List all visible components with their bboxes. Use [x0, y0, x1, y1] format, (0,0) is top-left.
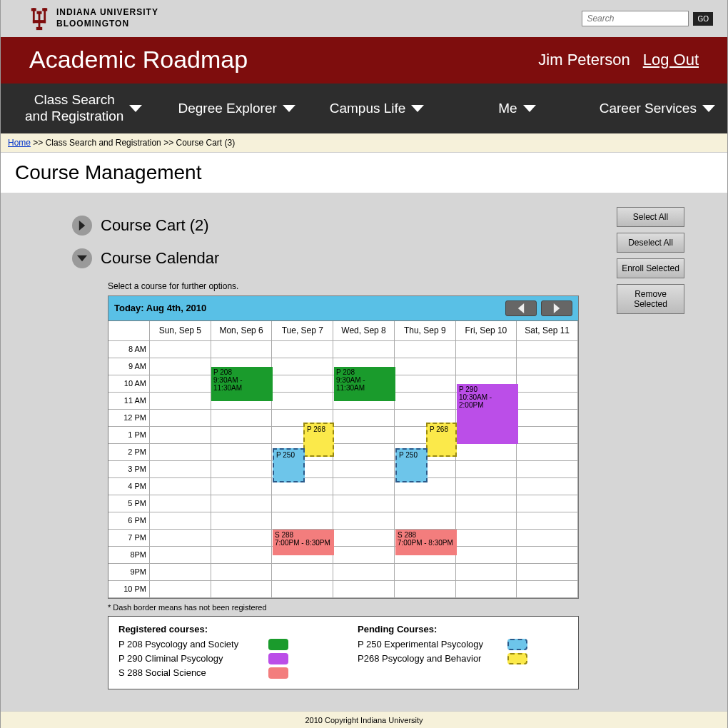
calendar-next-button[interactable]: [541, 300, 572, 316]
course-cart-section: Course Cart (2): [72, 216, 684, 236]
search-input[interactable]: [582, 11, 689, 26]
color-swatch-red: [268, 667, 288, 679]
brand: INDIANA UNIVERSITY BLOOMINGTON: [29, 6, 158, 31]
calendar-prev-button[interactable]: [505, 300, 537, 316]
arrow-left-icon: [516, 303, 526, 313]
legend-registered: Registered courses: P 208 Psycology and …: [118, 624, 329, 682]
event-p290-fri[interactable]: P 290 10:30AM - 2:00PM: [457, 384, 518, 444]
chevron-down-icon: [129, 105, 142, 112]
day-header: Sat, Sep 11: [517, 321, 578, 341]
svg-rect-6: [36, 27, 42, 30]
breadcrumb-mid: Class Search and Registration: [46, 138, 161, 148]
nav-label: Me: [498, 101, 517, 116]
legend-item: P 290 Climinal Psycology: [118, 653, 329, 664]
nav-degree-explorer[interactable]: Degree Explorer: [166, 84, 306, 133]
event-p250-thu[interactable]: P 250: [395, 448, 428, 482]
day-header: Wed, Sep 8: [333, 321, 395, 341]
svg-rect-5: [39, 13, 41, 29]
legend-item: S 288 Social Science: [118, 667, 329, 679]
nav-campus-life[interactable]: Campus Life: [307, 84, 447, 133]
calendar-footnote: * Dash border means has not been registe…: [108, 603, 684, 612]
day-header: Mon, Sep 6: [211, 321, 273, 341]
enroll-selected-button[interactable]: Enroll Selected: [617, 258, 684, 278]
expand-cart-button[interactable]: [72, 216, 92, 236]
day-header: Fri, Sep 10: [456, 321, 517, 341]
chevron-down-icon: [77, 253, 87, 263]
top-bar: INDIANA UNIVERSITY BLOOMINGTON GO: [1, 0, 727, 37]
calendar-day-header-row: Sun, Sep 5 Mon, Sep 6 Tue, Sep 7 Wed, Se…: [108, 321, 578, 341]
chevron-down-icon: [702, 105, 715, 112]
event-s288-thu[interactable]: S 288 7:00PM - 8:30PM: [395, 530, 457, 555]
nav-label: Degree Explorer: [178, 101, 276, 116]
calendar-instruction: Select a course for further options.: [108, 281, 684, 291]
user-area: Jim Peterson Log Out: [538, 51, 699, 69]
user-name: Jim Peterson: [538, 51, 630, 69]
event-p208-mon[interactable]: P 208 9:30AM - 11:30AM: [211, 367, 273, 401]
main-nav: Class Search and Registration Degree Exp…: [1, 84, 727, 133]
color-swatch-purple: [268, 653, 288, 664]
remove-selected-button[interactable]: Remove Selected: [617, 284, 684, 314]
logout-link[interactable]: Log Out: [643, 51, 699, 69]
legend-pending: Pending Courses: P 250 Experimental Psyc…: [358, 624, 568, 682]
nav-career-services[interactable]: Career Services: [587, 84, 727, 133]
search-go-button[interactable]: GO: [693, 12, 713, 26]
page-title: Course Management: [15, 161, 713, 184]
event-p250-tue[interactable]: P 250: [273, 448, 305, 482]
calendar: Today: Aug 4th, 2010 Sun, Sep 5 Mon, Sep…: [108, 295, 579, 599]
search-area: GO: [582, 11, 713, 26]
day-header: Tue, Sep 7: [272, 321, 333, 341]
course-calendar-section: Course Calendar: [72, 248, 684, 268]
event-s288-tue[interactable]: S 288 7:00PM - 8:30PM: [273, 530, 334, 555]
breadcrumb-tail: Course Cart (3): [176, 138, 235, 148]
breadcrumb: Home >> Class Search and Registration >>…: [1, 133, 727, 153]
calendar-header: Today: Aug 4th, 2010: [108, 295, 579, 320]
event-p208-wed[interactable]: P 208 9:30AM - 11:30AM: [334, 367, 395, 401]
chevron-right-icon: [77, 221, 87, 231]
day-header: Sun, Sep 5: [150, 321, 211, 341]
arrow-right-icon: [552, 303, 562, 313]
brand-text: INDIANA UNIVERSITY BLOOMINGTON: [56, 7, 158, 29]
content-area: Select All Deselect All Enroll Selected …: [1, 193, 727, 711]
nav-me[interactable]: Me: [447, 84, 587, 133]
brand-line2: BLOOMINGTON: [56, 19, 158, 30]
chevron-down-icon: [283, 105, 295, 112]
event-p268-tue[interactable]: P 268: [303, 423, 334, 457]
event-p268-thu[interactable]: P 268: [426, 423, 457, 457]
deselect-all-button[interactable]: Deselect All: [617, 233, 684, 253]
legend-registered-head: Registered courses:: [118, 624, 329, 635]
course-cart-label: Course Cart (2): [101, 216, 209, 235]
page-title-bar: Course Management: [1, 153, 727, 193]
nav-label: Class Search and Registration: [25, 92, 123, 125]
color-swatch-yellow-dashed: [507, 653, 527, 664]
legend-item: P 208 Psycology and Society: [118, 639, 329, 650]
legend-item: P268 Psycology and Behavior: [358, 653, 568, 664]
collapse-calendar-button[interactable]: [72, 248, 92, 268]
chevron-down-icon: [411, 105, 424, 112]
page-footer: 2010 Copyright Indiana University: [1, 711, 727, 728]
course-calendar-label: Course Calendar: [101, 249, 219, 268]
legend: Registered courses: P 208 Psycology and …: [108, 616, 579, 689]
legend-item: P 250 Experimental Psycology: [358, 639, 568, 650]
select-all-button[interactable]: Select All: [617, 207, 684, 227]
nav-label: Campus Life: [330, 101, 406, 116]
brand-line1: INDIANA UNIVERSITY: [56, 7, 158, 19]
nav-class-search[interactable]: Class Search and Registration: [1, 84, 166, 133]
svg-rect-7: [37, 11, 42, 14]
calendar-grid: Sun, Sep 5 Mon, Sep 6 Tue, Sep 7 Wed, Se…: [108, 320, 579, 599]
app-header: Academic Roadmap Jim Peterson Log Out: [1, 37, 727, 84]
chevron-down-icon: [523, 105, 536, 112]
color-swatch-green: [268, 639, 288, 650]
iu-trident-logo: [29, 6, 49, 31]
color-swatch-blue-dashed: [507, 639, 527, 650]
breadcrumb-home[interactable]: Home: [8, 138, 31, 148]
day-header: Thu, Sep 9: [395, 321, 456, 341]
calendar-today-label: Today: Aug 4th, 2010: [114, 303, 206, 313]
legend-pending-head: Pending Courses:: [358, 624, 568, 635]
app-title: Academic Roadmap: [29, 46, 248, 74]
action-column: Select All Deselect All Enroll Selected …: [617, 207, 684, 314]
nav-label: Career Services: [600, 101, 697, 116]
